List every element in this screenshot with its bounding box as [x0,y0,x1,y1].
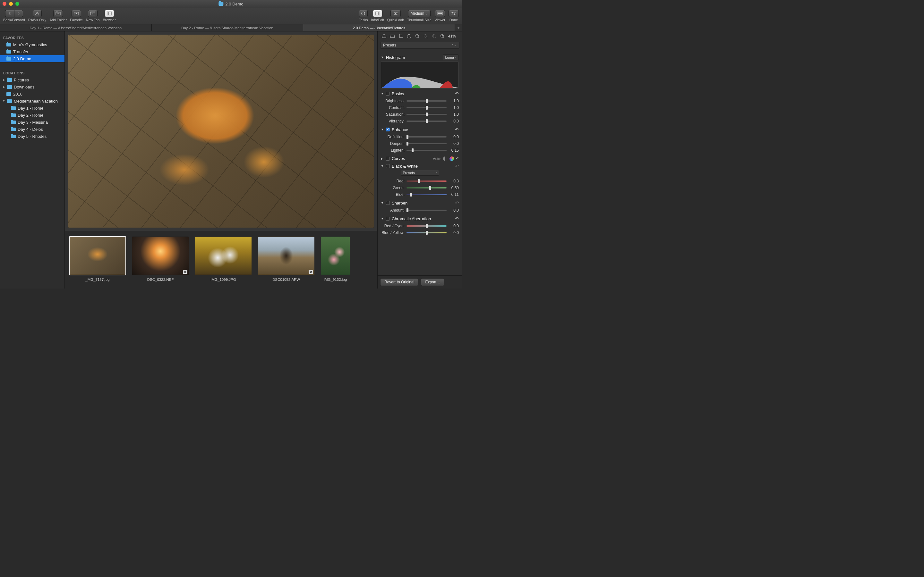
favorite-button[interactable] [71,10,81,17]
ca-rc-slider[interactable] [407,226,447,227]
undo-icon[interactable]: ↶ [455,91,459,96]
brightness-slider[interactable] [407,100,447,102]
thumbnail-3[interactable]: IMG_1099.JPG [195,237,252,282]
ca-by-slider[interactable] [407,232,447,234]
sidebar-item-pictures[interactable]: ▶Pictures [0,76,65,83]
undo-icon[interactable]: ↶ [456,156,459,161]
bw-checkbox[interactable] [386,164,390,168]
histogram-mode-select[interactable]: Luma [443,55,459,60]
disclosure-icon[interactable]: ▶ [381,157,384,160]
thumbnail-5[interactable]: IMG_9132.jpg [321,237,350,282]
window-zoom-button[interactable] [15,2,19,6]
ca-checkbox[interactable] [386,217,390,221]
brightness-label: Brightness: [381,99,405,103]
saturation-slider[interactable] [407,114,447,115]
basics-checkbox[interactable] [386,92,390,95]
curves-checkbox[interactable] [386,157,390,161]
sidebar-item-day1[interactable]: Day 1 - Rome [0,105,65,111]
disclosure-icon[interactable]: ▼ [3,99,5,103]
zoom-fit-icon[interactable] [439,33,446,39]
add-folder-button[interactable] [53,10,63,17]
disclosure-icon[interactable]: ▼ [381,201,384,205]
share-icon[interactable] [381,33,387,39]
viewer-button[interactable] [435,10,445,17]
sharpen-checkbox[interactable] [386,201,390,205]
export-button[interactable]: Export… [421,278,444,286]
sidebar-item-downloads[interactable]: ▶Downloads [0,83,65,90]
revert-button[interactable]: Revert to Original [380,278,418,286]
disclosure-icon[interactable]: ▼ [381,164,384,168]
disclosure-icon[interactable]: ▶ [3,85,5,89]
thumbnail-2[interactable]: R DSC_0322.NEF [132,237,189,282]
disclosure-icon[interactable]: ▼ [381,128,384,131]
folder-icon [7,85,12,89]
contrast-slider[interactable] [407,107,447,108]
disclosure-icon[interactable]: ▼ [381,217,384,220]
thumbnail-1[interactable]: _MG_7187.jpg [69,237,126,282]
thumbnail-size-select[interactable]: Medium ⌄ [408,10,431,17]
deepen-slider[interactable] [407,143,447,144]
tab-add-button[interactable]: + [455,24,462,31]
auto-bw-icon[interactable] [443,156,447,161]
disclosure-icon[interactable]: ▼ [381,92,384,95]
zoom-100-icon[interactable]: 1 [431,33,437,39]
auto-color-icon[interactable] [449,156,454,161]
sidebar-item-miras[interactable]: Mira's Gymnastics [0,41,65,48]
forward-button[interactable] [14,10,23,17]
zoom-in-icon[interactable] [414,33,421,39]
bw-blue-label: Blue: [381,192,405,197]
sidebar-item-day2[interactable]: Day 2 - Rome [0,111,65,119]
svg-point-9 [452,12,453,13]
new-tab-button[interactable] [88,10,97,17]
sidebar-item-2018[interactable]: 2018 [0,90,65,97]
vibrancy-slider[interactable] [407,121,447,122]
bw-green-slider[interactable] [407,187,447,189]
svg-rect-8 [438,13,442,15]
window-minimize-button[interactable] [9,2,13,6]
new-tab-label: New Tab [86,18,100,22]
chevron-updown-icon: ⌃⌄ [451,44,457,47]
disclosure-icon[interactable]: ▶ [3,78,5,81]
raws-only-button[interactable] [33,10,42,17]
thumbnail-4[interactable]: ⇄ DSC01052.ARW [258,237,314,282]
quicklook-button[interactable] [391,10,401,17]
undo-icon[interactable]: ↶ [455,216,459,221]
crop-icon[interactable] [397,33,404,39]
definition-slider[interactable] [407,136,447,137]
sidebar-item-day5[interactable]: Day 5 - Rhodes [0,133,65,140]
undo-icon[interactable]: ↶ [455,127,459,132]
tasks-button[interactable] [359,10,368,17]
thumbnail-filename: IMG_1099.JPG [210,277,236,282]
tab-day1[interactable]: Day 1 - Rome — /Users/Shared/Mediterrane… [0,24,152,31]
undo-icon[interactable]: ↶ [455,163,459,169]
sidebar-item-demo[interactable]: 2.0 Demo [0,55,65,62]
tab-demo[interactable]: 2.0 Demo — /Users/nik/Pictures [303,24,455,31]
folder-icon [6,50,11,53]
enhance-checkbox[interactable] [386,127,390,131]
lighten-slider[interactable] [407,150,447,151]
fit-icon[interactable] [389,33,396,39]
info-icon[interactable] [406,33,412,39]
sharpen-amount-slider[interactable] [407,210,447,211]
inspector: 1 41% Presets ⌃⌄ ▼ Histogram Luma [377,31,462,288]
sidebar-item-transfer[interactable]: Transfer [0,48,65,55]
preview-area[interactable] [65,31,377,231]
zoom-out-icon[interactable] [423,33,429,39]
undo-icon[interactable]: ↶ [455,200,459,205]
bw-blue-slider[interactable] [407,194,447,195]
sidebar-item-medvac[interactable]: ▼Mediterranean Vacation [0,97,65,105]
back-button[interactable] [5,10,14,17]
tab-day2[interactable]: Day 2 - Rome — /Users/Shared/Mediterrane… [152,24,304,31]
titlebar: 2.0 Demo [0,0,462,8]
sidebar-item-day3[interactable]: Day 3 - Messina [0,119,65,126]
window-close-button[interactable] [3,2,6,6]
disclosure-icon[interactable]: ▼ [381,56,384,59]
sidebar-item-day4[interactable]: Day 4 - Delos [0,126,65,133]
browser-button[interactable] [105,10,114,17]
bw-red-slider[interactable] [407,181,447,182]
info-edit-button[interactable] [373,10,383,17]
bw-green-value: 0.59 [449,185,459,190]
done-button[interactable] [449,10,459,17]
presets-dropdown[interactable]: Presets ⌃⌄ [380,42,459,49]
bw-presets-select[interactable]: Presets [401,170,439,176]
